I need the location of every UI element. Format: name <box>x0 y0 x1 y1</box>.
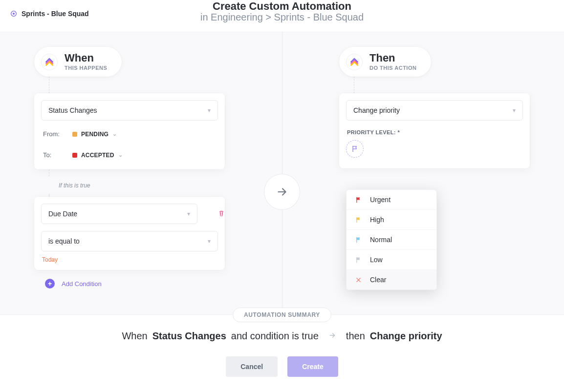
condition-field-select[interactable]: Due Date ▾ <box>41 204 197 224</box>
close-icon <box>354 276 362 284</box>
breadcrumb-label: Sprints - Blue Squad <box>22 10 89 18</box>
then-heading: Then <box>369 53 416 63</box>
trigger-card: Status Changes ▾ From: PENDING ⌄ To: AC <box>34 93 225 169</box>
then-header: Then DO THIS ACTION <box>339 47 431 77</box>
location-icon <box>10 10 18 18</box>
from-label: From: <box>43 130 64 138</box>
action-value: Change priority <box>353 106 400 114</box>
chevron-down-icon: ⌄ <box>118 152 123 158</box>
clickup-logo-icon <box>346 54 363 70</box>
chevron-down-icon: ⌄ <box>112 131 117 137</box>
chevron-down-icon: ▾ <box>187 210 190 217</box>
priority-option-label: Urgent <box>370 196 390 204</box>
chevron-down-icon: ▾ <box>208 107 211 114</box>
action-card: Change priority ▾ PRIORITY LEVEL: * <box>339 93 530 168</box>
from-status-chip[interactable]: PENDING ⌄ <box>72 131 117 138</box>
condition-card: Due Date ▾ is equal to ▾ Today <box>34 197 225 270</box>
summary-action: Change priority <box>370 330 442 342</box>
priority-option-label: Normal <box>370 236 392 244</box>
breadcrumb[interactable]: Sprints - Blue Squad <box>10 10 89 18</box>
condition-operator-value: is equal to <box>48 237 80 245</box>
priority-option-clear[interactable]: Clear <box>347 270 436 289</box>
condition-value[interactable]: Today <box>42 256 218 263</box>
priority-option-high[interactable]: High <box>347 210 436 230</box>
condition-intro: If this is true <box>59 182 225 189</box>
to-status-text: ACCEPTED <box>81 152 114 159</box>
clickup-logo-icon <box>41 54 58 70</box>
trigger-select[interactable]: Status Changes ▾ <box>41 100 218 121</box>
flag-icon <box>354 256 362 264</box>
svg-point-1 <box>13 13 15 15</box>
flag-icon <box>354 216 362 224</box>
page-title: Create Custom Automation in Engineering … <box>200 0 364 23</box>
flag-icon <box>354 236 362 244</box>
chevron-down-icon: ▾ <box>208 238 211 245</box>
from-status-text: PENDING <box>81 131 108 138</box>
when-header: When THIS HAPPENS <box>34 47 122 77</box>
condition-operator-select[interactable]: is equal to ▾ <box>41 231 218 251</box>
add-condition-button[interactable]: + Add Condition <box>45 279 102 289</box>
create-button[interactable]: Create <box>287 356 338 377</box>
priority-option-low[interactable]: Low <box>347 250 436 270</box>
automation-summary-text: When Status Changes and condition is tru… <box>122 330 442 342</box>
when-heading: When <box>65 53 107 63</box>
priority-option-label: High <box>370 216 384 224</box>
plus-icon: + <box>45 279 55 289</box>
summary-trigger: Status Changes <box>152 330 226 342</box>
flag-icon <box>354 196 362 204</box>
priority-option-normal[interactable]: Normal <box>347 230 436 250</box>
priority-level-label: PRIORITY LEVEL: * <box>347 129 523 135</box>
cancel-button[interactable]: Cancel <box>226 356 278 377</box>
automation-summary-chip: AUTOMATION SUMMARY <box>233 308 331 322</box>
priority-option-label: Low <box>370 256 383 264</box>
summary-when-prefix: When <box>122 330 147 342</box>
chevron-down-icon: ▾ <box>513 107 516 114</box>
summary-then-prefix: then <box>346 330 365 342</box>
title-sub: in Engineering > Sprints - Blue Squad <box>200 12 364 23</box>
priority-option-urgent[interactable]: Urgent <box>347 190 436 210</box>
priority-dropdown: Urgent High Normal <box>346 189 437 290</box>
trigger-value: Status Changes <box>48 106 97 114</box>
priority-picker-button[interactable] <box>346 140 364 158</box>
action-select[interactable]: Change priority ▾ <box>346 100 523 121</box>
condition-field-value: Due Date <box>48 210 77 218</box>
add-condition-label: Add Condition <box>62 280 102 288</box>
summary-and: and condition is true <box>231 330 319 342</box>
arrow-right-icon <box>327 330 337 342</box>
to-status-chip[interactable]: ACCEPTED ⌄ <box>72 152 123 159</box>
status-color-icon <box>72 132 77 137</box>
title-main: Create Custom Automation <box>200 0 364 13</box>
delete-condition-button[interactable] <box>216 207 227 219</box>
to-label: To: <box>43 151 64 159</box>
then-subheading: DO THIS ACTION <box>369 65 416 71</box>
when-subheading: THIS HAPPENS <box>65 65 107 71</box>
priority-option-label: Clear <box>370 276 386 284</box>
status-color-icon <box>72 153 77 158</box>
